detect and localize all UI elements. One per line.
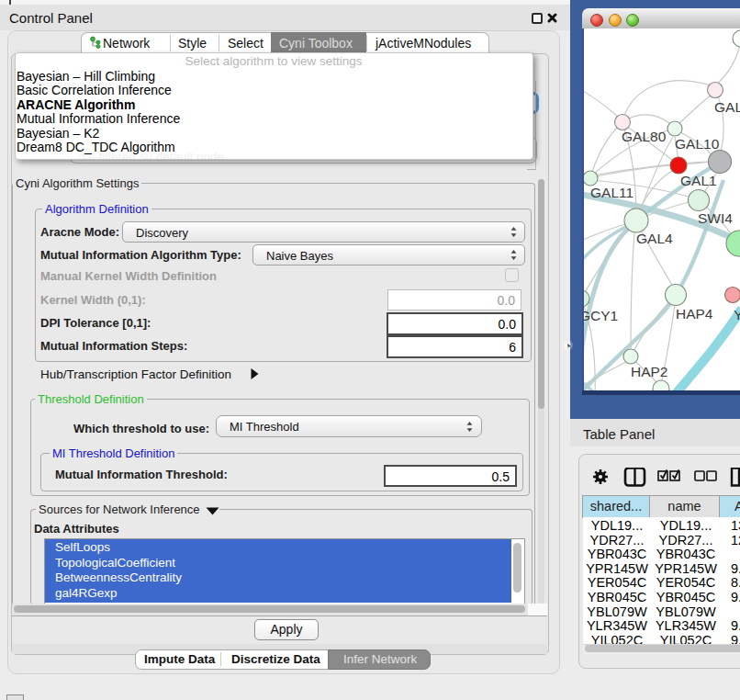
svg-text:SWI4: SWI4 — [698, 210, 733, 226]
svg-text:GAL1: GAL1 — [680, 173, 717, 188]
svg-text:GAL4: GAL4 — [636, 231, 673, 246]
svg-text:HAP4: HAP4 — [676, 306, 713, 322]
svg-text:GAL80: GAL80 — [622, 129, 667, 144]
svg-text:GAL10: GAL10 — [675, 136, 720, 152]
svg-text:GAL7: GAL7 — [714, 99, 740, 115]
svg-text:GCY1: GCY1 — [584, 308, 618, 323]
svg-text:HAP2: HAP2 — [631, 364, 668, 379]
svg-text:GAL11: GAL11 — [590, 185, 633, 200]
svg-text:YMR: YMR — [734, 307, 740, 322]
